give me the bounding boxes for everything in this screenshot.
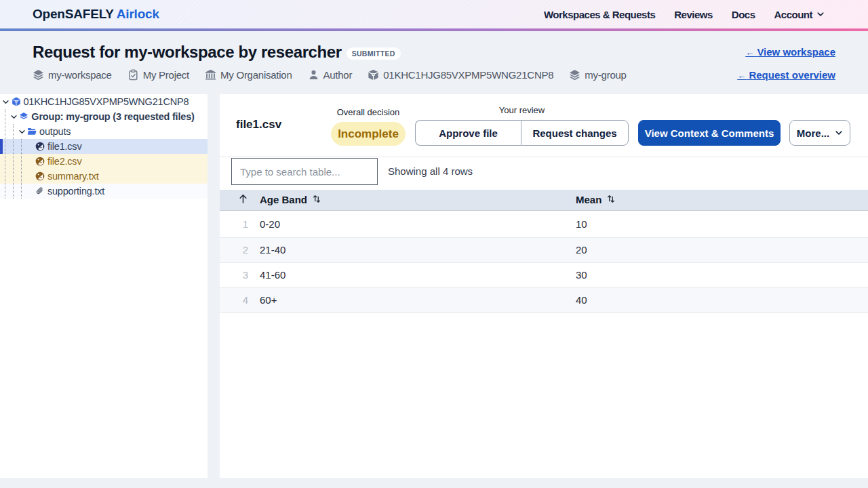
meta-label: My Project	[143, 69, 189, 81]
arrow-up-icon	[238, 194, 248, 204]
row-number: 2	[220, 237, 254, 262]
page-header: Request for my-workspace by researcher S…	[0, 31, 868, 94]
tree-guide-line	[13, 124, 14, 199]
file-review-icon	[35, 171, 45, 181]
tree-item-supporting-txt[interactable]: supporting.txt	[0, 184, 208, 199]
meta-item: Author	[308, 69, 353, 81]
folder-open-icon	[27, 127, 37, 136]
tree-item-summary-txt[interactable]: summary.txt	[0, 169, 208, 184]
caret-down-icon	[18, 128, 26, 136]
mean-cell: 40	[570, 287, 868, 312]
tree-item-group-my-group-3-requested-files-[interactable]: Group: my-group (3 requested files)	[0, 109, 208, 124]
meta-item: my-group	[569, 69, 626, 81]
brand-primary: OpenSAFELY	[33, 7, 113, 21]
building-columns-icon	[205, 69, 216, 81]
nav-item-reviews[interactable]: Reviews	[674, 9, 713, 20]
tree-item-outputs[interactable]: outputs	[0, 124, 208, 139]
age-band-cell: 0-20	[254, 210, 570, 237]
page-title: Request for my-workspace by researcher	[33, 43, 342, 62]
meta-label: 01KHC1HJG85VXPMP5WNG21CNP8	[383, 69, 553, 81]
table-row: 341-6030	[220, 262, 868, 287]
sort-icon	[312, 194, 321, 204]
layers-icon	[569, 69, 580, 81]
age-band-cell: 60+	[254, 287, 570, 312]
sort-icon	[606, 194, 616, 204]
mean-cell: 20	[570, 237, 868, 262]
navbar: OpenSAFELY Airlock Workspaces & Requests…	[0, 0, 868, 31]
decision-badge: Incomplete	[331, 122, 406, 146]
meta-item: My Project	[127, 69, 189, 81]
nav-item-workspaces[interactable]: Workspaces & Requests	[544, 9, 655, 20]
approve-file-button[interactable]: Approve file	[415, 120, 521, 146]
request-overview-link[interactable]: ← Request overview	[737, 69, 835, 81]
caret-down-icon	[2, 98, 9, 106]
layout-gap	[208, 94, 220, 478]
age-band-cell: 41-60	[254, 262, 570, 287]
meta-item: My Organisation	[205, 69, 292, 81]
rows-status: Showing all 4 rows	[388, 165, 473, 177]
mean-cell: 10	[570, 210, 868, 237]
paperclip-icon	[35, 186, 45, 196]
meta-item: my-workspace	[33, 69, 112, 81]
meta-label: My Organisation	[220, 69, 292, 81]
meta-item: 01KHC1HJG85VXPMP5WNG21CNP8	[368, 69, 553, 81]
cube-icon	[368, 69, 379, 81]
nav-item-docs[interactable]: Docs	[732, 9, 755, 20]
table-row: 10-2010	[220, 210, 868, 237]
data-table: Age Band Mean 10-2010221-4020341-6030460…	[220, 190, 868, 313]
view-workspace-link[interactable]: ← View workspace	[745, 46, 835, 58]
cube-icon	[12, 97, 21, 106]
your-review-label: Your review	[499, 105, 545, 115]
caret-down-icon	[10, 113, 18, 121]
table-section: Showing all 4 rows Age Band Mean 10-2010…	[220, 157, 868, 313]
brand-secondary: Airlock	[117, 7, 159, 21]
status-badge: SUBMITTED	[347, 47, 401, 60]
row-number: 4	[220, 287, 254, 312]
file-tree: 01KHC1HJG85VXPMP5WNG21CNP8Group: my-grou…	[0, 94, 208, 199]
tree-item-file2-csv[interactable]: file2.csv	[0, 154, 208, 169]
nav-item-account[interactable]: Account	[774, 9, 825, 20]
row-number: 3	[220, 262, 254, 287]
review-button-group: Approve file Request changes	[415, 120, 629, 146]
tree-guide-line	[21, 139, 22, 199]
chevron-down-icon	[835, 129, 843, 137]
layers-icon	[19, 112, 28, 121]
row-number: 1	[220, 210, 254, 237]
layers-icon	[33, 69, 44, 81]
tree-guide-line	[5, 109, 5, 199]
caret-down-icon[interactable]	[9, 113, 18, 121]
table-row: 221-4020	[220, 237, 868, 262]
user-icon	[308, 69, 319, 81]
age-band-header[interactable]: Age Band	[254, 190, 570, 210]
file-title: file1.csv	[236, 118, 281, 131]
tree-item-file1-csv[interactable]: file1.csv	[0, 139, 208, 154]
caret-down-icon[interactable]	[18, 127, 26, 136]
view-context-button[interactable]: View Context & Comments	[638, 120, 781, 146]
mean-header[interactable]: Mean	[570, 190, 868, 210]
nav-menu: Workspaces & Requests Reviews Docs Accou…	[544, 9, 825, 20]
age-band-cell: 21-40	[254, 237, 570, 262]
sort-icon	[312, 194, 321, 206]
table-row: 460+40	[220, 287, 868, 312]
meta-label: Author	[323, 69, 353, 81]
request-meta: my-workspaceMy ProjectMy OrganisationAut…	[33, 69, 835, 81]
sort-ascending-icon	[238, 194, 248, 206]
main-panel: file1.csv Overall decision Incomplete Yo…	[220, 94, 868, 478]
file-header: file1.csv Overall decision Incomplete Yo…	[220, 94, 868, 157]
search-input[interactable]	[231, 158, 378, 185]
more-button[interactable]: More...	[789, 120, 850, 146]
file-review-icon	[35, 142, 45, 151]
tree-item-01khc1hjg85vxpmp5wng21cnp8[interactable]: 01KHC1HJG85VXPMP5WNG21CNP8	[0, 94, 208, 109]
chevron-down-icon	[816, 10, 825, 18]
clipboard-check-icon	[127, 69, 139, 81]
meta-label: my-group	[585, 69, 626, 81]
file-tree-sidebar: 01KHC1HJG85VXPMP5WNG21CNP8Group: my-grou…	[0, 94, 208, 478]
sort-icon	[606, 194, 616, 206]
request-changes-button[interactable]: Request changes	[521, 120, 629, 146]
overall-decision-label: Overall decision	[337, 107, 400, 117]
mean-cell: 30	[570, 262, 868, 287]
caret-down-icon[interactable]	[2, 98, 10, 106]
brand-logo[interactable]: OpenSAFELY Airlock	[33, 7, 159, 22]
rownum-header[interactable]	[220, 190, 254, 210]
meta-label: my-workspace	[48, 69, 112, 81]
